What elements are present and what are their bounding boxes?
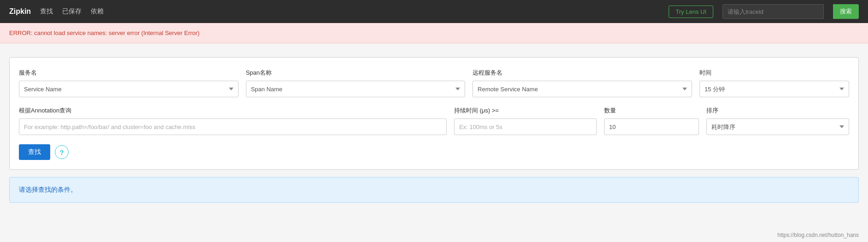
query-button[interactable]: 查找 (19, 144, 50, 160)
annotation-group: 根据Annotation查询 (19, 106, 447, 135)
brand-logo[interactable]: Zipkin (9, 7, 31, 16)
traceid-input[interactable] (722, 4, 824, 19)
help-button[interactable]: ? (55, 145, 69, 159)
remote-service-group: 远程服务名 Remote Service Name (472, 69, 692, 97)
traceid-search-button[interactable]: 搜索 (833, 4, 859, 19)
time-select[interactable]: 15 分钟 (699, 81, 849, 97)
annotation-label: 根据Annotation查询 (19, 106, 447, 115)
form-row-1: 服务名 Service Name Span名称 Span Name 远程服务名 … (19, 69, 849, 97)
remote-service-select[interactable]: Remote Service Name (472, 81, 692, 97)
time-label: 时间 (699, 69, 849, 77)
count-group: 数量 (604, 106, 699, 135)
count-input[interactable] (604, 118, 699, 135)
service-name-select[interactable]: Service Name (19, 81, 239, 97)
span-name-select[interactable]: Span Name (246, 81, 466, 97)
sort-label: 排序 (706, 106, 849, 115)
nav-saved[interactable]: 已保存 (62, 7, 82, 16)
nav-deps[interactable]: 依赖 (91, 7, 104, 16)
info-message: 请选择查找的条件。 (19, 186, 77, 193)
service-name-label: 服务名 (19, 69, 239, 77)
remote-service-label: 远程服务名 (472, 69, 692, 77)
try-lens-button[interactable]: Try Lens UI (669, 6, 713, 18)
service-name-group: 服务名 Service Name (19, 69, 239, 97)
nav-find[interactable]: 查找 (40, 7, 53, 16)
time-group: 时间 15 分钟 (699, 69, 849, 97)
sort-group: 排序 耗时降序 (706, 106, 849, 135)
form-row-2: 根据Annotation查询 持续时间 (μs) >= 数量 排序 耗时降序 (19, 106, 849, 135)
info-box: 请选择查找的条件。 (9, 177, 859, 203)
duration-group: 持续时间 (μs) >= (454, 106, 597, 135)
span-name-label: Span名称 (246, 69, 466, 77)
error-bar: ERROR: cannot load service names: server… (0, 23, 868, 43)
count-label: 数量 (604, 106, 699, 115)
navbar: Zipkin 查找 已保存 依赖 Try Lens UI 搜索 (0, 0, 868, 23)
search-card: 服务名 Service Name Span名称 Span Name 远程服务名 … (9, 57, 859, 170)
span-name-group: Span名称 Span Name (246, 69, 466, 97)
duration-label: 持续时间 (μs) >= (454, 106, 597, 115)
duration-input[interactable] (454, 118, 597, 135)
sort-select[interactable]: 耗时降序 (706, 118, 849, 135)
form-actions: 查找 ? (19, 144, 849, 160)
error-message: ERROR: cannot load service names: server… (9, 30, 199, 36)
annotation-input[interactable] (19, 118, 447, 135)
main-content: 服务名 Service Name Span名称 Span Name 远程服务名 … (0, 43, 868, 212)
